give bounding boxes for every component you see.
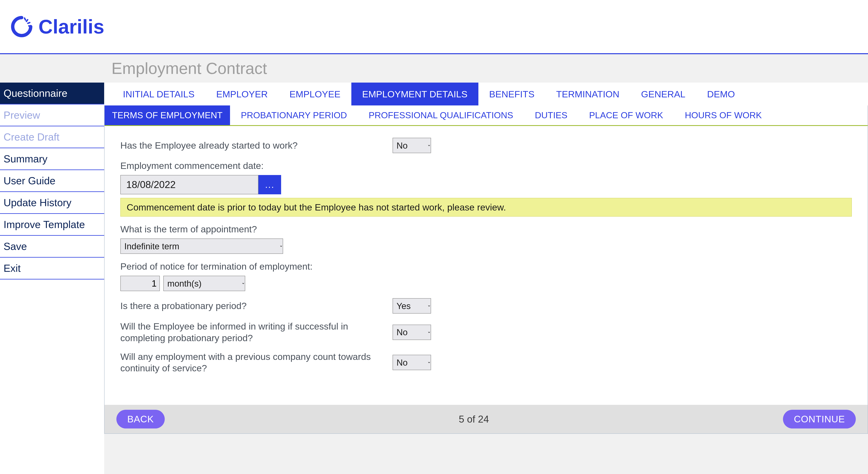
tab-employee[interactable]: EMPLOYEE [279,82,351,105]
row-probation: Is there a probationary period? Yes [120,298,852,313]
sidebar-item-improve-template[interactable]: Improve Template [0,214,104,236]
label-has-started: Has the Employee already started to work… [120,140,385,151]
sidebar-item-label: Summary [4,153,48,165]
tab-label: TERMINATION [556,89,619,100]
label-term-of-appointment: What is the term of appointment? [120,224,852,235]
content-panel: TERMS OF EMPLOYMENT PROBATIONARY PERIOD … [104,105,868,434]
sidebar-item-questionnaire[interactable]: Questionnaire [0,82,104,104]
subtab-label: HOURS OF WORK [685,110,762,121]
select-probation[interactable]: Yes [393,298,431,313]
subtab-duties[interactable]: DUTIES [524,105,578,125]
row-commencement-date: Employment commencement date: ... Commen… [120,160,852,216]
page-title-area: Employment Contract [0,54,868,82]
brand-logo-icon [10,15,34,38]
sidebar-item-label: Update History [4,197,71,208]
brand-logo-text: Clarilis [38,15,104,38]
pager-text: 5 of 24 [459,413,489,425]
sidebar-item-label: User Guide [4,175,56,187]
row-has-started: Has the Employee already started to work… [120,138,852,153]
brand-logo[interactable]: Clarilis [10,15,104,38]
sidebar-item-user-guide[interactable]: User Guide [0,170,104,192]
sidebar-item-label: Questionnaire [4,88,67,99]
select-term-of-appointment[interactable]: Indefinite term [120,238,283,254]
sidebar-item-create-draft[interactable]: Create Draft [0,126,104,148]
form-area: Has the Employee already started to work… [104,126,868,389]
sidebar-item-label: Save [4,241,27,252]
tab-label: DEMO [707,89,735,100]
tab-label: GENERAL [641,89,685,100]
sidebar-item-update-history[interactable]: Update History [0,192,104,214]
sidebar-item-save[interactable]: Save [0,236,104,258]
subtab-label: DUTIES [535,110,567,121]
label-inform-writing: Will the Employee be informed in writing… [120,321,385,344]
select-notice-unit[interactable]: month(s) [163,276,245,291]
continue-button[interactable]: CONTINUE [783,410,856,429]
tab-termination[interactable]: TERMINATION [545,82,630,105]
secondary-tabs: TERMS OF EMPLOYMENT PROBATIONARY PERIOD … [104,105,868,126]
subtab-label: PROFESSIONAL QUALIFICATIONS [369,110,513,121]
svg-line-0 [25,18,26,20]
subtab-label: PLACE OF WORK [589,110,663,121]
sidebar-item-preview[interactable]: Preview [0,104,104,126]
tab-employment-details[interactable]: EMPLOYMENT DETAILS [351,82,478,105]
input-notice-number[interactable] [120,276,160,291]
primary-tabs: INITIAL DETAILS EMPLOYER EMPLOYEE EMPLOY… [104,82,868,105]
svg-line-1 [26,20,28,21]
subtab-terms-of-employment[interactable]: TERMS OF EMPLOYMENT [104,105,230,125]
page-title: Employment Contract [112,59,868,78]
sidebar-item-exit[interactable]: Exit [0,258,104,279]
tab-label: BENEFITS [489,89,535,100]
tab-general[interactable]: GENERAL [630,82,696,105]
tab-label: EMPLOYEE [289,89,340,100]
subtab-place-of-work[interactable]: PLACE OF WORK [578,105,674,125]
subtab-hours-of-work[interactable]: HOURS OF WORK [674,105,773,125]
tab-label: INITIAL DETAILS [123,89,194,100]
header-bar: Clarilis [0,0,868,53]
back-button[interactable]: BACK [116,410,165,429]
svg-line-2 [28,23,30,24]
subtab-label: TERMS OF EMPLOYMENT [112,110,222,121]
select-inform-writing[interactable]: No [393,325,431,340]
tab-employer[interactable]: EMPLOYER [205,82,279,105]
tab-demo[interactable]: DEMO [696,82,746,105]
label-continuity: Will any employment with a previous comp… [120,351,385,374]
tab-initial-details[interactable]: INITIAL DETAILS [112,82,205,105]
row-continuity: Will any employment with a previous comp… [120,351,852,374]
row-term-of-appointment: What is the term of appointment? Indefin… [120,224,852,254]
sidebar-item-label: Create Draft [4,131,59,143]
input-commencement-date[interactable] [120,175,258,194]
select-continuity[interactable]: No [393,355,431,370]
footer-bar: BACK 5 of 24 CONTINUE [104,405,868,433]
row-inform-writing: Will the Employee be informed in writing… [120,321,852,344]
select-has-started[interactable]: No [393,138,431,153]
subtab-professional-qualifications[interactable]: PROFESSIONAL QUALIFICATIONS [358,105,524,125]
sidebar-item-label: Exit [4,263,21,274]
sidebar-nav: Questionnaire Preview Create Draft Summa… [0,82,104,279]
subtab-label: PROBATIONARY PERIOD [241,110,347,121]
sidebar-item-label: Preview [4,109,40,121]
sidebar-item-summary[interactable]: Summary [0,148,104,170]
tab-label: EMPLOYMENT DETAILS [362,89,468,100]
row-notice-period: Period of notice for termination of empl… [120,261,852,291]
label-notice-period: Period of notice for termination of empl… [120,261,852,272]
datepicker-button[interactable]: ... [258,175,281,194]
tab-benefits[interactable]: BENEFITS [478,82,546,105]
label-probation: Is there a probationary period? [120,300,385,312]
main-column: INITIAL DETAILS EMPLOYER EMPLOYEE EMPLOY… [104,82,868,474]
subtab-probationary-period[interactable]: PROBATIONARY PERIOD [230,105,358,125]
tab-label: EMPLOYER [216,89,268,100]
sidebar-item-label: Improve Template [4,219,85,230]
label-commencement-date: Employment commencement date: [120,160,852,171]
warning-commencement-date: Commencement date is prior to today but … [120,198,852,216]
